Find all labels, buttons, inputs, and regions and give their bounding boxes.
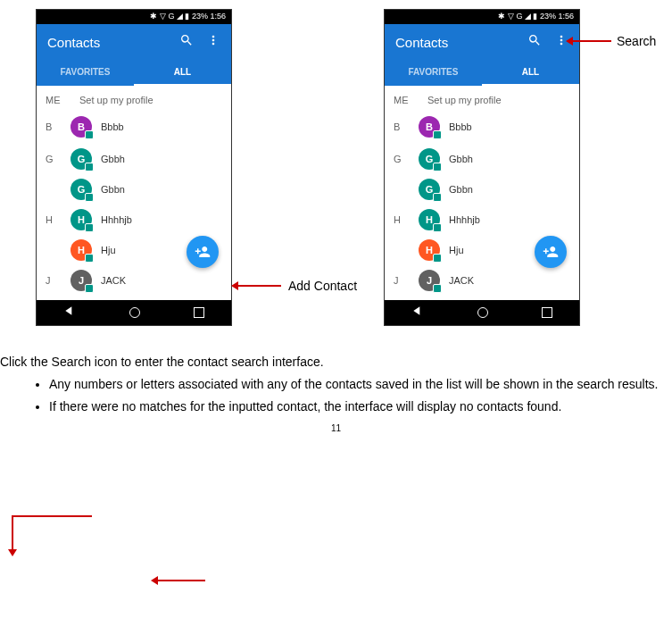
section-letter: G	[394, 154, 419, 164]
nav-bar	[385, 300, 579, 325]
section-letter: H	[46, 214, 71, 225]
contact-row[interactable]: HHHhhhjb	[385, 204, 579, 236]
tabs: FAVORITES ALL	[37, 60, 231, 86]
contact-name: JACK	[449, 275, 474, 286]
tabs: FAVORITES ALL	[385, 60, 579, 86]
add-contact-fab[interactable]	[187, 236, 219, 268]
contact-name: Gbbh	[101, 154, 125, 164]
add-contact-fab[interactable]	[535, 236, 567, 268]
avatar: H	[419, 209, 440, 230]
contact-list: ME Set up my profile BBBbbbGGGbbhGGbbnHH…	[385, 86, 579, 300]
person-add-icon	[195, 244, 211, 260]
back-icon[interactable]	[411, 305, 424, 321]
status-bar: ✱ ▽ G ◢ ▮ 23% 1:56	[385, 10, 579, 24]
instructions: Click the Search icon to enter the conta…	[0, 353, 672, 435]
section-letter: J	[394, 275, 419, 286]
person-add-icon	[543, 244, 559, 260]
recent-icon[interactable]	[542, 307, 552, 318]
section-letter: B	[46, 121, 71, 132]
bottom-arrows	[0, 515, 672, 622]
contact-name: Hhhhjb	[101, 214, 132, 225]
profile-text: Set up my profile	[427, 95, 502, 105]
app-title: Contacts	[395, 35, 448, 50]
contact-row[interactable]: BBBbbb	[385, 111, 579, 143]
contact-row[interactable]: GGGbbh	[37, 143, 231, 175]
contact-row[interactable]: JJJACK	[385, 264, 579, 297]
profile-row[interactable]: ME Set up my profile	[37, 86, 231, 111]
profile-row[interactable]: ME Set up my profile	[385, 86, 579, 111]
contact-row[interactable]: GGGbbh	[385, 143, 579, 175]
contact-name: Hju	[101, 245, 116, 255]
avatar: G	[71, 179, 92, 200]
avatar: G	[419, 179, 440, 200]
phone-screenshot-left: ✱ ▽ G ◢ ▮ 23% 1:56 Contacts FAVORITES AL…	[36, 9, 232, 326]
contact-name: JACK	[101, 275, 126, 286]
contact-name: Hhhhjb	[449, 214, 480, 225]
annotation-add-label: Add Contact	[288, 279, 357, 293]
avatar: G	[419, 148, 440, 170]
section-letter: H	[394, 214, 419, 225]
contact-list: ME Set up my profile BBBbbbGGGbbhGGbbnHH…	[37, 86, 231, 300]
search-icon[interactable]	[527, 33, 542, 51]
contact-row[interactable]: HHHhhhjb	[37, 204, 231, 236]
tab-all[interactable]: ALL	[134, 60, 231, 86]
contact-row[interactable]: GGbbn	[385, 175, 579, 204]
contact-name: Gbbn	[449, 184, 473, 195]
avatar: H	[71, 209, 92, 230]
profile-me-label: ME	[46, 95, 71, 105]
home-icon[interactable]	[129, 307, 140, 318]
avatar: H	[71, 239, 92, 261]
home-icon[interactable]	[477, 307, 488, 318]
avatar: H	[419, 239, 440, 261]
instruction-main: Click the Search icon to enter the conta…	[0, 353, 672, 372]
status-bar: ✱ ▽ G ◢ ▮ 23% 1:56	[37, 10, 231, 24]
contact-row[interactable]: BBBbbb	[37, 111, 231, 143]
app-bar: Contacts	[385, 24, 579, 60]
avatar: B	[419, 116, 440, 138]
app-bar: Contacts	[37, 24, 231, 60]
back-icon[interactable]	[63, 305, 76, 321]
contact-name: Bbbb	[101, 121, 124, 132]
annotation-search: Search	[571, 34, 656, 48]
contact-name: Gbbh	[449, 154, 473, 164]
section-letter: J	[46, 275, 71, 286]
recent-icon[interactable]	[194, 307, 204, 318]
more-icon[interactable]	[206, 33, 220, 51]
contact-name: Gbbn	[101, 184, 125, 195]
instruction-bullet: Any numbers or letters associated with a…	[49, 375, 672, 394]
annotation-search-label: Search	[617, 34, 656, 48]
avatar: J	[419, 270, 440, 291]
nav-bar	[37, 300, 231, 325]
profile-text: Set up my profile	[79, 95, 153, 105]
tab-all[interactable]: ALL	[482, 60, 579, 86]
page-number: 11	[0, 422, 672, 435]
app-title: Contacts	[47, 35, 100, 50]
instruction-bullet: If there were no matches for the inputte…	[49, 397, 672, 416]
avatar: G	[71, 148, 92, 170]
avatar: J	[71, 270, 92, 291]
phone-screenshot-right: ✱ ▽ G ◢ ▮ 23% 1:56 Contacts FAVORITES AL…	[384, 9, 580, 326]
contact-name: Hju	[449, 245, 464, 255]
tab-favorites[interactable]: FAVORITES	[37, 60, 134, 86]
tab-favorites[interactable]: FAVORITES	[385, 60, 482, 86]
contact-name: Bbbb	[449, 121, 472, 132]
annotation-add-contact: Add Contact	[236, 279, 357, 293]
profile-me-label: ME	[394, 95, 419, 105]
left-arrow-annotation	[156, 580, 205, 581]
avatar: B	[71, 116, 92, 138]
contact-row[interactable]: GGbbn	[37, 175, 231, 204]
section-letter: B	[394, 121, 419, 132]
contact-row[interactable]: JJJACK	[37, 264, 231, 297]
section-letter: G	[46, 154, 71, 164]
down-arrow-annotation	[12, 515, 13, 551]
search-icon[interactable]	[179, 33, 194, 51]
